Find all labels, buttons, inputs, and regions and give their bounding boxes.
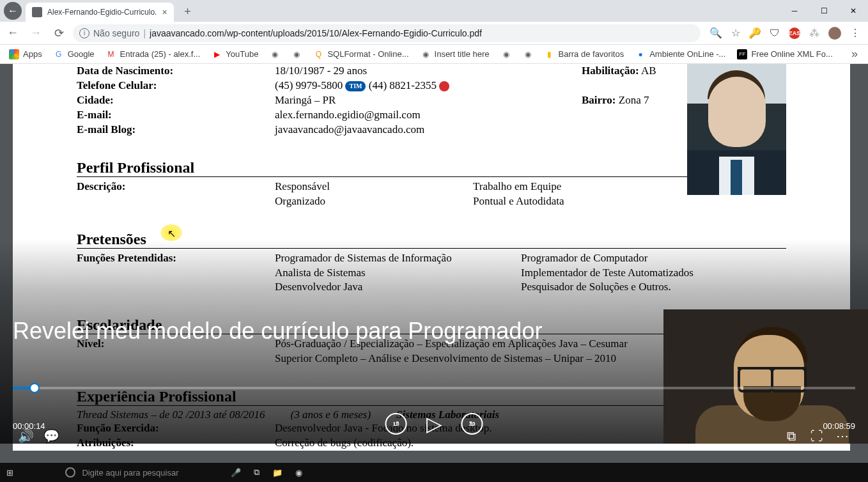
pdf-viewer[interactable]: Data de Nascimento:18/10/1987 - 29 anosH… [0,64,868,463]
chrome-taskbar-icon[interactable]: ◉ [289,463,309,482]
search-placeholder: Digite aqui para pesquisar [82,468,178,478]
history-back-badge[interactable]: ← [4,2,22,20]
chrome-menu-icon[interactable]: ⋮ [850,27,860,39]
address-bar-row: ← → ⟳ i Não seguro | javaavancado.com/wp… [0,22,868,45]
bookmark-icon: G [54,49,64,59]
bookmark-item[interactable]: MEntrada (25) - alex.f... [102,47,205,62]
captions-icon[interactable]: 💬 [38,423,64,449]
video-center-controls: ↺10 ▷ ↻30 [385,412,483,436]
exp-duracao: (3 anos e 6 meses) [291,408,371,421]
perfil-c2b: Pontual e Autodidata [473,194,786,209]
chrome-tab-strip: ← Alex-Fernando-Egidio-Curriculo. × + ─ … [0,0,868,22]
file-explorer-icon[interactable]: 📁 [266,463,289,482]
zoom-icon[interactable]: 🔍 [709,27,722,39]
bookmark-icon: ◉ [291,49,302,59]
bookmark-icon: ◉ [421,49,431,59]
label-email-blog: E-mail Blog: [77,123,275,137]
bookmark-label: Google [68,49,95,59]
mic-icon[interactable]: 🎤 [224,463,247,482]
task-view-icon[interactable]: ⧉ [247,463,266,482]
bookmark-item[interactable]: ◉ [266,47,284,62]
skip-fwd-label: 30 [469,421,475,427]
bookmark-label: SQLFormat - Online... [327,49,408,59]
taskbar-search[interactable]: Digite aqui para pesquisar [20,463,224,482]
new-tab-button[interactable]: + [179,3,197,20]
eas-extension-icon[interactable]: EAS [789,27,800,39]
section-perfil: Perfil Profissional [77,159,786,177]
skip-back-label: 10 [392,421,399,427]
maximize-button[interactable]: ☐ [809,0,839,22]
claro-badge [439,81,449,91]
section-pretensoes: Pretensões [77,231,786,249]
start-button[interactable]: ⊞ [0,463,20,482]
reload-button[interactable]: ⟳ [50,24,68,42]
bookmark-item[interactable]: ◉ [497,47,515,62]
bookmark-icon: ◉ [501,49,511,59]
bookmark-item[interactable]: ◉ [519,47,537,62]
label-bairro: Bairro: [582,94,616,106]
volume-icon[interactable]: 🔊 [13,423,38,449]
bookmark-label: Free Online XML Fo... [751,49,832,59]
value-email-blog: javaavancado@javaavancado.com [275,123,424,136]
bookmarks-bar: Apps GGoogleMEntrada (25) - alex.f...▶Yo… [0,45,868,64]
fullscreen-icon[interactable]: ⛶ [804,423,830,449]
tim-badge: TIM [345,81,366,91]
forward-button[interactable]: → [27,24,45,42]
bookmark-item[interactable]: QSQLFormat - Online... [309,47,412,62]
cortana-icon [65,467,75,478]
url-separator: | [143,28,146,38]
bookmark-item[interactable]: ▮Barra de favoritos [541,47,628,62]
miniplayer-icon[interactable]: ⧉ [779,423,804,449]
toolbar-icons: 🔍 ☆ 🔑 🛡 EAS ⁂ ⋮ [706,27,864,40]
play-button[interactable]: ▷ [426,412,442,436]
minimize-button[interactable]: ─ [780,0,809,22]
tab-title: Alex-Fernando-Egidio-Curriculo. [47,8,157,17]
pdf-page: Data de Nascimento:18/10/1987 - 29 anosH… [13,64,850,451]
profile-avatar[interactable] [828,27,841,40]
url-bar[interactable]: i Não seguro | javaavancado.com/wp-conte… [73,24,701,42]
bookmark-item[interactable]: ●Ambiente OnLine -... [632,47,729,62]
bookmark-label: Insert title here [435,49,490,59]
extension-icon[interactable]: ⁂ [809,27,819,39]
skip-back-button[interactable]: ↺10 [385,413,407,435]
bookmark-item[interactable]: ▶YouTube [208,47,262,62]
close-icon[interactable]: × [162,7,167,17]
site-info-icon[interactable]: i [79,28,89,38]
bookmark-star-icon[interactable]: ☆ [731,27,740,39]
bookmarks-overflow[interactable]: » [846,47,863,61]
shield-icon[interactable]: 🛡 [770,27,780,39]
close-window-button[interactable]: ✕ [839,0,868,22]
value-bairro: Zona 7 [619,94,649,106]
bookmark-icon: ◉ [523,49,533,59]
bookmark-icon: ◉ [270,49,280,59]
bookmark-icon: ▶ [212,49,222,59]
label-habilitacao: Habilitação: [582,65,639,77]
func-c2-1: Implementador de Teste Automatizados [521,266,786,281]
skip-forward-button[interactable]: ↻30 [461,413,483,435]
bookmark-item[interactable]: ◉ [288,47,306,62]
key-icon[interactable]: 🔑 [749,27,761,39]
bookmark-icon: ▮ [545,49,555,59]
apps-label: Apps [23,49,42,59]
label-dob: Data de Nascimento: [77,64,275,79]
bookmark-item[interactable]: ◉Insert title here [417,47,493,62]
func-c1-2: Desenvolvedor Java [275,280,521,295]
back-button[interactable]: ← [4,24,22,42]
apps-icon [9,49,19,59]
more-options-icon[interactable]: ⋯ [830,423,855,449]
bookmark-item[interactable]: GGoogle [50,47,98,62]
tab-favicon [32,7,42,17]
browser-tab[interactable]: Alex-Fernando-Egidio-Curriculo. × [26,3,174,22]
value-city: Maringá – PR [275,94,336,106]
func-c2-2: Pesquisador de Soluções e Outros. [521,280,786,295]
escolaridade-l2: Superior Completo – Análise e Desenvolvi… [275,352,786,366]
bookmark-label: YouTube [226,49,258,59]
label-phone: Telefone Celular: [77,79,275,93]
bookmark-label: Entrada (25) - alex.f... [120,49,201,59]
security-label: Não seguro [93,28,139,38]
window-controls: ─ ☐ ✕ [780,0,868,22]
value-phone1: (45) 9979-5800 [275,79,343,91]
bookmark-label: Ambiente OnLine -... [649,49,725,59]
bookmark-item[interactable]: FFFree Online XML Fo... [733,47,836,62]
apps-shortcut[interactable]: Apps [5,47,46,62]
